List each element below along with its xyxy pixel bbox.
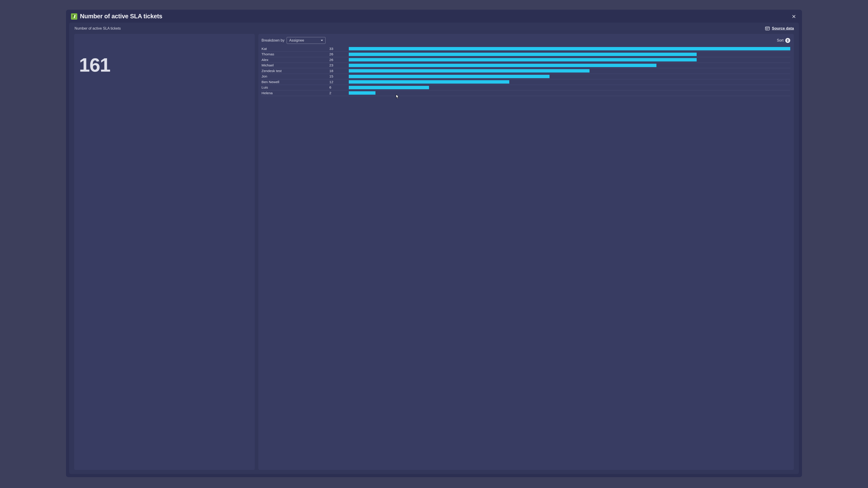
row-bar <box>349 47 790 51</box>
chevron-down-icon <box>321 40 323 41</box>
breakdown-select[interactable]: Assignee <box>287 37 326 44</box>
row-name: Michael <box>261 63 329 67</box>
row-value: 2 <box>329 91 341 95</box>
row-bar-cell <box>341 47 790 51</box>
close-icon <box>792 15 796 18</box>
svg-marker-1 <box>74 15 75 18</box>
sort-button[interactable]: Sort <box>777 38 790 43</box>
row-value: 26 <box>329 52 341 56</box>
row-name: Helena <box>261 91 329 95</box>
row-bar <box>349 91 375 95</box>
svg-marker-0 <box>73 15 74 18</box>
row-value: 23 <box>329 63 341 67</box>
table-icon <box>765 27 770 30</box>
breakdown-rows: Kat33Thomas26Alex26Michael23Zendesk test… <box>261 46 790 96</box>
row-bar-cell <box>341 75 790 78</box>
row-bar <box>349 75 550 78</box>
sort-icon <box>785 38 790 43</box>
chart-panel: Breakdown by Assignee Sort <box>258 34 794 470</box>
source-data-link[interactable]: Source data <box>765 26 794 31</box>
row-bar-cell <box>341 69 790 72</box>
metric-value: 161 <box>79 55 250 74</box>
row-value: 18 <box>329 69 341 73</box>
table-row: Helena2 <box>261 90 790 96</box>
table-row: Zendesk test18 <box>261 68 790 74</box>
row-name: Zendesk test <box>261 69 329 73</box>
svg-marker-7 <box>321 40 323 41</box>
svg-marker-9 <box>787 41 789 42</box>
table-row: Alex26 <box>261 57 790 63</box>
row-bar-cell <box>341 91 790 95</box>
sort-label: Sort <box>777 38 783 42</box>
row-value: 6 <box>329 86 341 90</box>
row-bar <box>349 86 429 89</box>
table-row: Jon15 <box>261 74 790 79</box>
modal-header: Number of active SLA tickets <box>66 10 802 23</box>
table-row: Ben Newell12 <box>261 79 790 85</box>
row-name: Ben Newell <box>261 80 329 84</box>
svg-rect-4 <box>765 27 770 30</box>
panels: 161 Breakdown by Assignee Sort <box>74 34 794 470</box>
row-name: Thomas <box>261 52 329 56</box>
row-bar-cell <box>341 58 790 61</box>
row-bar-cell <box>341 80 790 84</box>
body-header: Number of active SLA tickets Source data <box>74 26 794 31</box>
row-value: 12 <box>329 80 341 84</box>
table-row: Kat33 <box>261 46 790 52</box>
table-row: Luis6 <box>261 85 790 91</box>
breakdown-selected: Assignee <box>289 38 321 42</box>
row-name: Alex <box>261 58 329 62</box>
row-value: 15 <box>329 74 341 78</box>
row-bar-cell <box>341 64 790 67</box>
table-row: Thomas26 <box>261 52 790 57</box>
breakdown-label: Breakdown by <box>261 38 284 42</box>
svg-marker-8 <box>787 39 789 40</box>
close-button[interactable] <box>791 13 797 20</box>
row-name: Luis <box>261 86 329 90</box>
row-bar <box>349 64 656 67</box>
row-name: Jon <box>261 74 329 78</box>
source-data-label: Source data <box>772 26 794 31</box>
app-icon <box>71 13 77 20</box>
row-bar-cell <box>341 86 790 89</box>
chart-controls: Breakdown by Assignee Sort <box>261 37 790 44</box>
row-bar-cell <box>341 53 790 56</box>
row-bar <box>349 69 590 72</box>
modal-body: Number of active SLA tickets Source data… <box>69 23 799 474</box>
row-value: 26 <box>329 58 341 62</box>
table-row: Michael23 <box>261 63 790 68</box>
row-value: 33 <box>329 47 341 51</box>
sla-modal: Number of active SLA tickets Number of a… <box>66 10 802 477</box>
row-bar <box>349 80 509 84</box>
modal-title: Number of active SLA tickets <box>80 13 162 20</box>
row-bar <box>349 53 697 56</box>
row-bar <box>349 58 697 61</box>
metric-panel: 161 <box>74 34 255 470</box>
body-title: Number of active SLA tickets <box>74 26 121 31</box>
row-name: Kat <box>261 47 329 51</box>
